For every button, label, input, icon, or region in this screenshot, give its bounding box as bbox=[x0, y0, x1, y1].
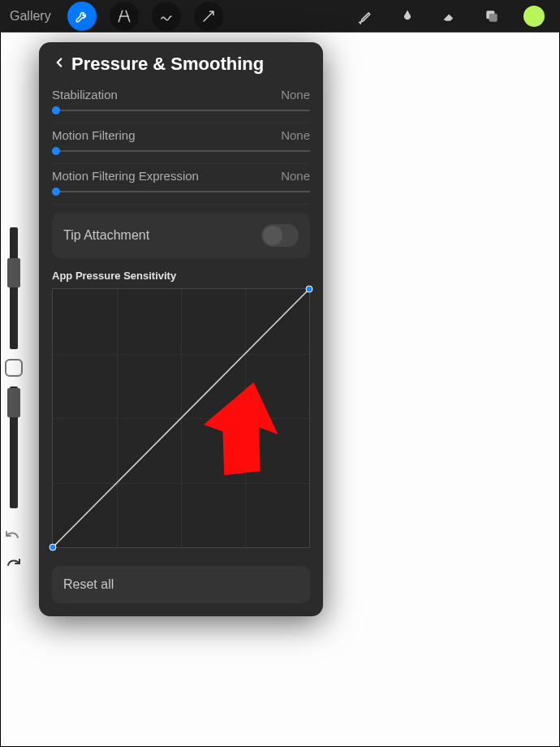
stabilization-label: Stabilization bbox=[52, 88, 118, 101]
pressure-smoothing-popover: Pressure & Smoothing Stabilization None … bbox=[39, 42, 323, 616]
brush-icon[interactable] bbox=[351, 2, 380, 31]
motion-filtering-label: Motion Filtering bbox=[52, 128, 136, 142]
wrench-icon[interactable] bbox=[67, 2, 97, 31]
slider-thumb-icon[interactable] bbox=[52, 106, 60, 114]
tip-attachment-toggle[interactable] bbox=[261, 224, 299, 247]
slider-thumb-icon[interactable] bbox=[52, 147, 60, 155]
stabilization-slider[interactable] bbox=[52, 110, 310, 111]
opacity-thumb[interactable] bbox=[7, 388, 20, 417]
svg-point-4 bbox=[306, 286, 312, 292]
redo-icon[interactable] bbox=[3, 555, 23, 578]
pressure-curve-title: App Pressure Sensitivity bbox=[52, 270, 310, 282]
brush-size-thumb[interactable] bbox=[7, 258, 20, 287]
tip-attachment-label: Tip Attachment bbox=[63, 228, 149, 243]
transform-icon[interactable] bbox=[194, 2, 223, 31]
motion-filtering-value: None bbox=[281, 128, 310, 142]
motion-filtering-expression-row: Motion Filtering Expression None bbox=[52, 164, 310, 205]
selection-icon[interactable] bbox=[152, 2, 181, 31]
curve-handle-start[interactable] bbox=[49, 543, 57, 551]
toolbar-left-group: Gallery bbox=[6, 2, 228, 31]
undo-redo-group bbox=[3, 528, 23, 578]
back-chevron-icon[interactable] bbox=[52, 55, 67, 73]
top-toolbar: Gallery bbox=[0, 0, 560, 32]
annotation-arrow-icon bbox=[193, 382, 291, 495]
modify-button[interactable] bbox=[5, 359, 23, 377]
tip-attachment-row: Tip Attachment bbox=[52, 213, 310, 258]
stabilization-value: None bbox=[281, 88, 310, 101]
motion-filtering-expression-slider[interactable] bbox=[52, 191, 310, 192]
undo-icon[interactable] bbox=[3, 528, 23, 551]
motion-filtering-row: Motion Filtering None bbox=[52, 123, 310, 164]
color-picker-button[interactable] bbox=[519, 2, 549, 31]
stabilization-row: Stabilization None bbox=[52, 83, 310, 123]
switch-knob-icon bbox=[263, 226, 282, 245]
curve-handle-end[interactable] bbox=[305, 285, 313, 293]
eraser-icon[interactable] bbox=[435, 2, 464, 31]
smudge-icon[interactable] bbox=[393, 2, 422, 31]
svg-point-3 bbox=[50, 544, 56, 551]
color-swatch-icon bbox=[523, 6, 545, 27]
toolbar-right-group bbox=[346, 2, 554, 31]
motion-filtering-expression-value: None bbox=[281, 169, 310, 183]
svg-marker-5 bbox=[193, 382, 291, 488]
motion-filtering-slider[interactable] bbox=[52, 150, 310, 152]
svg-rect-1 bbox=[489, 13, 498, 21]
left-sidebar bbox=[0, 227, 28, 508]
motion-filtering-expression-label: Motion Filtering Expression bbox=[52, 169, 199, 183]
layers-icon[interactable] bbox=[477, 2, 506, 31]
adjustments-icon[interactable] bbox=[110, 2, 139, 31]
gallery-button[interactable]: Gallery bbox=[6, 9, 59, 24]
brush-size-slider[interactable] bbox=[10, 227, 18, 349]
slider-thumb-icon[interactable] bbox=[52, 188, 60, 196]
popover-title: Pressure & Smoothing bbox=[71, 54, 264, 75]
reset-all-button[interactable]: Reset all bbox=[52, 566, 310, 603]
popover-body: Stabilization None Motion Filtering None… bbox=[39, 83, 323, 616]
popover-header: Pressure & Smoothing bbox=[39, 42, 323, 83]
opacity-slider[interactable] bbox=[10, 386, 18, 508]
